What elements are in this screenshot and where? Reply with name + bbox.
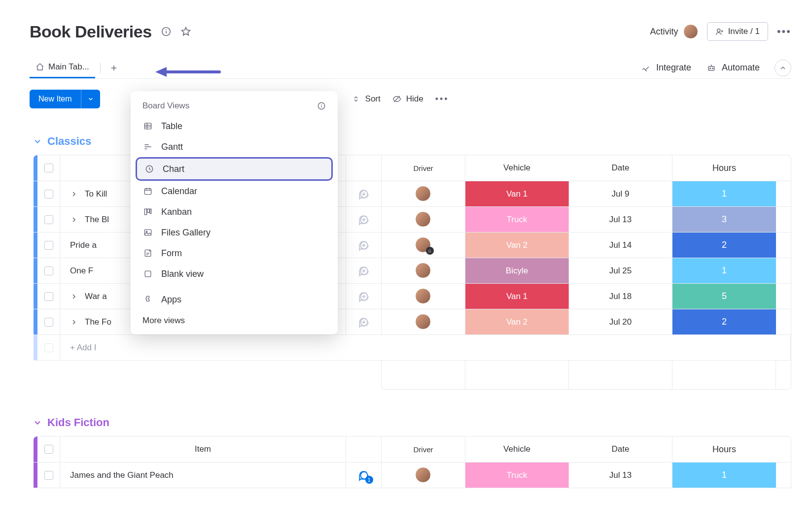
column-header-hours[interactable]: Hours: [672, 436, 776, 462]
date-cell[interactable]: Jul 25: [569, 258, 672, 283]
column-header-vehicle[interactable]: Vehicle: [465, 436, 569, 462]
expand-subitems-icon[interactable]: [70, 216, 78, 224]
conversation-button[interactable]: [346, 207, 382, 232]
activity-button[interactable]: Activity: [650, 24, 698, 39]
view-option-form[interactable]: Form: [136, 243, 333, 264]
row-checkbox[interactable]: [37, 284, 60, 309]
automate-button[interactable]: Automate: [706, 63, 760, 73]
hours-cell[interactable]: 2: [672, 309, 776, 334]
date-cell[interactable]: Jul 18: [569, 284, 672, 309]
expand-subitems-icon[interactable]: [70, 293, 78, 300]
vehicle-cell[interactable]: Van 1: [465, 284, 569, 309]
chat-bubble-icon: [357, 316, 370, 329]
integrate-button[interactable]: Integrate: [640, 63, 691, 73]
column-header-driver[interactable]: Driver: [382, 155, 465, 181]
item-name: To Kill: [85, 189, 107, 199]
conversation-button[interactable]: [346, 181, 382, 206]
svg-rect-31: [144, 209, 146, 215]
hours-cell[interactable]: 1: [672, 463, 776, 488]
hide-button[interactable]: Hide: [392, 94, 423, 104]
robot-icon: [706, 63, 717, 73]
row-checkbox[interactable]: [37, 463, 60, 488]
vehicle-cell[interactable]: Van 1: [465, 181, 569, 206]
integrate-label: Integrate: [656, 63, 691, 73]
driver-cell[interactable]: [382, 309, 465, 334]
expand-subitems-icon[interactable]: [70, 318, 78, 326]
view-option-table[interactable]: Table: [136, 116, 333, 136]
view-option-calendar[interactable]: Calendar: [136, 181, 333, 201]
conversation-button[interactable]: [346, 284, 382, 309]
hours-cell[interactable]: 3: [672, 207, 776, 232]
new-item-dropdown-caret[interactable]: [81, 90, 100, 108]
item-name: The Fo: [85, 317, 111, 327]
column-header-item[interactable]: Item: [60, 436, 346, 462]
select-all-checkbox[interactable]: [37, 155, 60, 181]
vehicle-cell[interactable]: Van 2: [465, 233, 569, 258]
vehicle-cell[interactable]: Truck: [465, 463, 569, 488]
view-option-kanban[interactable]: Kanban: [136, 201, 333, 222]
column-header-date[interactable]: Date: [569, 155, 672, 181]
column-header-date[interactable]: Date: [569, 436, 672, 462]
group-color-bar: [34, 463, 37, 488]
chat-count-badge: 1: [365, 476, 373, 484]
driver-cell[interactable]: [382, 181, 465, 206]
hours-cell[interactable]: 5: [672, 284, 776, 309]
hours-cell[interactable]: 1: [672, 258, 776, 283]
vehicle-cell[interactable]: Van 2: [465, 309, 569, 334]
driver-cell[interactable]: [382, 463, 465, 488]
info-icon[interactable]: [317, 101, 326, 110]
driver-cell[interactable]: ⌂: [382, 233, 465, 258]
view-option-label: Files Gallery: [161, 228, 211, 238]
date-cell[interactable]: Jul 13: [569, 463, 672, 488]
info-icon[interactable]: [161, 26, 172, 37]
expand-subitems-icon[interactable]: [70, 190, 78, 198]
view-option-blank[interactable]: Blank view: [136, 264, 333, 284]
column-header-hours[interactable]: Hours: [672, 155, 776, 181]
column-header-vehicle[interactable]: Vehicle: [465, 155, 569, 181]
view-option-files-gallery[interactable]: Files Gallery: [136, 222, 333, 243]
item-name: War a: [85, 292, 107, 301]
row-checkbox[interactable]: [37, 309, 60, 334]
conversation-button[interactable]: [346, 258, 382, 283]
row-checkbox[interactable]: [37, 207, 60, 232]
star-icon[interactable]: [180, 26, 191, 37]
table-row[interactable]: James and the Giant Peach 1 Truck Jul 13…: [34, 462, 791, 488]
vehicle-cell[interactable]: Truck: [465, 207, 569, 232]
collapse-header-button[interactable]: [775, 60, 791, 76]
driver-cell[interactable]: [382, 207, 465, 232]
item-name: Pride a: [70, 240, 97, 250]
item-name-cell[interactable]: James and the Giant Peach: [60, 463, 346, 488]
group-toggle[interactable]: Kids Fiction: [30, 416, 791, 429]
group-name: Kids Fiction: [47, 416, 109, 429]
view-option-chart[interactable]: Chart: [136, 157, 333, 181]
add-item-button[interactable]: + Add I: [60, 335, 791, 360]
new-item-button[interactable]: New Item: [30, 90, 100, 108]
row-checkbox[interactable]: [37, 258, 60, 283]
toolbar-more-icon[interactable]: •••: [435, 94, 449, 104]
driver-cell[interactable]: [382, 284, 465, 309]
sort-button[interactable]: Sort: [352, 94, 381, 104]
driver-cell[interactable]: [382, 258, 465, 283]
conversation-button[interactable]: [346, 233, 382, 258]
row-checkbox[interactable]: [37, 181, 60, 206]
date-cell[interactable]: Jul 13: [569, 207, 672, 232]
tab-label: Main Tab...: [48, 62, 89, 72]
select-all-checkbox[interactable]: [37, 436, 60, 462]
add-view-button[interactable]: [106, 62, 122, 74]
conversation-button[interactable]: 1: [346, 463, 382, 488]
date-cell[interactable]: Jul 20: [569, 309, 672, 334]
column-header-driver[interactable]: Driver: [382, 436, 465, 462]
tab-main-table[interactable]: Main Tab...: [30, 57, 95, 78]
view-option-gantt[interactable]: Gantt: [136, 136, 333, 157]
date-cell[interactable]: Jul 9: [569, 181, 672, 206]
row-checkbox[interactable]: [37, 233, 60, 258]
view-option-apps[interactable]: Apps: [136, 289, 333, 310]
invite-button[interactable]: Invite / 1: [707, 22, 768, 41]
conversation-button[interactable]: [346, 309, 382, 334]
hours-cell[interactable]: 1: [672, 181, 776, 206]
more-views-link[interactable]: More views: [136, 310, 333, 326]
hours-cell[interactable]: 2: [672, 233, 776, 258]
more-options-icon[interactable]: •••: [777, 25, 791, 38]
vehicle-cell[interactable]: Bicyle: [465, 258, 569, 283]
date-cell[interactable]: Jul 14: [569, 233, 672, 258]
